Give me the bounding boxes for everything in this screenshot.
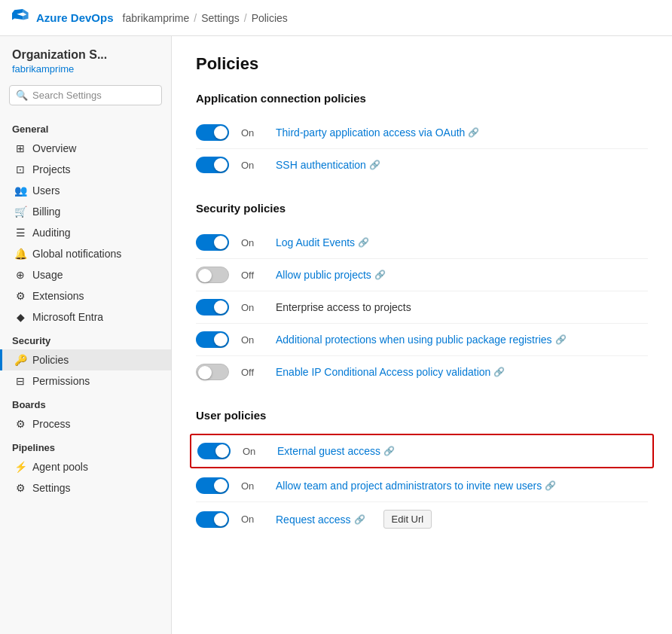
policy-name-external-guest[interactable]: External guest access 🔗 — [277, 445, 395, 457]
sidebar-item-extensions[interactable]: ⚙ Extensions — [0, 285, 171, 306]
extensions-icon: ⚙ — [14, 290, 26, 302]
toggle-oauth[interactable] — [196, 124, 229, 141]
policy-row-oauth: On Third-party application access via OA… — [196, 117, 648, 149]
breadcrumb-settings: Settings — [201, 12, 240, 24]
request-access-link-icon: 🔗 — [354, 514, 365, 525]
policy-row-log-audit: On Log Audit Events 🔗 — [196, 227, 648, 259]
toggle-label-ip-conditional: Off — [241, 367, 264, 378]
policy-row-public-projects: Off Allow public projects 🔗 — [196, 259, 648, 291]
sidebar-item-overview[interactable]: ⊞ Overview — [0, 138, 171, 159]
policy-name-request-access[interactable]: Request access 🔗 — [276, 514, 365, 526]
toggle-log-audit[interactable] — [196, 234, 229, 251]
sidebar-label-microsoft-entra: Microsoft Entra — [32, 311, 103, 323]
policy-name-additional-protections[interactable]: Additional protections when using public… — [276, 334, 567, 346]
toggle-label-additional-protections: On — [241, 334, 264, 346]
breadcrumb-sep1: / — [194, 12, 197, 24]
policy-name-ip-conditional[interactable]: Enable IP Conditional Access policy vali… — [276, 366, 505, 378]
sidebar-item-global-notifications[interactable]: 🔔 Global notifications — [0, 243, 171, 264]
sidebar-item-permissions[interactable]: ⊟ Permissions — [0, 370, 171, 392]
sidebar-label-settings-pipelines: Settings — [32, 482, 71, 494]
edit-url-button[interactable]: Edit Url — [383, 510, 432, 529]
section-title-general: General — [0, 116, 171, 138]
toggle-label-invite-users: On — [241, 480, 264, 492]
policy-row-enterprise-access: On Enterprise access to projects — [196, 291, 648, 324]
policy-row-invite-users: On Allow team and project administrators… — [196, 470, 648, 502]
section-title-security: Security — [0, 328, 171, 349]
toggle-request-access[interactable] — [196, 511, 229, 528]
ssh-link-icon: 🔗 — [369, 160, 380, 170]
ip-conditional-link-icon: 🔗 — [493, 367, 505, 377]
sidebar-label-billing: Billing — [32, 206, 60, 218]
auditing-icon: ☰ — [14, 227, 26, 239]
sidebar-label-users: Users — [32, 184, 60, 197]
breadcrumb-org: fabrikamprime — [123, 12, 190, 24]
overview-icon: ⊞ — [14, 142, 26, 154]
sidebar-item-microsoft-entra[interactable]: ◆ Microsoft Entra — [0, 306, 171, 328]
toggle-label-oauth: On — [241, 127, 264, 139]
projects-icon: ⊡ — [14, 163, 26, 175]
sidebar-item-users[interactable]: 👥 Users — [0, 180, 171, 201]
sidebar-label-process: Process — [32, 418, 71, 430]
toggle-public-projects[interactable] — [196, 267, 229, 283]
policy-name-public-projects[interactable]: Allow public projects 🔗 — [276, 269, 386, 281]
sidebar-item-usage[interactable]: ⊕ Usage — [0, 264, 171, 285]
toggle-label-enterprise-access: On — [241, 302, 264, 313]
log-audit-link-icon: 🔗 — [358, 237, 369, 248]
breadcrumb-sep2: / — [244, 12, 247, 24]
oauth-link-icon: 🔗 — [468, 127, 479, 138]
settings-pipelines-icon: ⚙ — [14, 482, 26, 494]
usage-icon: ⊕ — [14, 269, 26, 281]
top-nav: Azure DevOps fabrikamprime / Settings / … — [0, 0, 672, 36]
toggle-enterprise-access[interactable] — [196, 299, 229, 315]
sidebar-item-agent-pools[interactable]: ⚡ Agent pools — [0, 456, 171, 477]
toggle-external-guest[interactable] — [197, 443, 231, 459]
policy-group-user: User policies On External guest access 🔗… — [196, 409, 648, 536]
toggle-ip-conditional[interactable] — [196, 364, 229, 380]
sidebar-label-usage: Usage — [32, 269, 63, 281]
toggle-label-ssh: On — [241, 160, 264, 171]
notifications-icon: 🔔 — [14, 248, 26, 260]
breadcrumb-current: Policies — [252, 12, 288, 24]
invite-users-link-icon: 🔗 — [545, 480, 556, 491]
public-projects-link-icon: 🔗 — [374, 270, 386, 280]
policy-name-enterprise-access: Enterprise access to projects — [276, 301, 411, 313]
toggle-label-public-projects: Off — [241, 270, 264, 281]
toggle-invite-users[interactable] — [196, 477, 229, 494]
policy-name-ssh[interactable]: SSH authentication 🔗 — [276, 159, 380, 171]
toggle-additional-protections[interactable] — [196, 331, 229, 348]
toggle-ssh[interactable] — [196, 157, 229, 173]
sidebar-label-auditing: Auditing — [32, 227, 71, 239]
policies-icon: 🔑 — [14, 354, 26, 366]
main-layout: Organization S... fabrikamprime 🔍 Genera… — [0, 36, 672, 634]
toggle-label-log-audit: On — [241, 237, 264, 248]
policy-name-invite-users[interactable]: Allow team and project administrators to… — [276, 480, 556, 492]
entra-icon: ◆ — [14, 311, 26, 323]
logo-area: Azure DevOps — [12, 9, 114, 27]
toggle-label-external-guest: On — [243, 446, 265, 457]
sidebar-item-settings-pipelines[interactable]: ⚙ Settings — [0, 477, 171, 498]
section-title-user-policies: User policies — [196, 409, 648, 422]
section-title-boards: Boards — [0, 392, 171, 413]
policy-name-log-audit[interactable]: Log Audit Events 🔗 — [276, 236, 369, 248]
users-icon: 👥 — [14, 184, 26, 197]
policy-row-external-guest: On External guest access 🔗 — [190, 434, 654, 468]
search-settings-container[interactable]: 🔍 — [9, 85, 162, 105]
section-title-app-connection: Application connection policies — [196, 92, 648, 105]
policy-group-app-connection: Application connection policies On Third… — [196, 92, 648, 181]
sidebar-item-projects[interactable]: ⊡ Projects — [0, 159, 171, 180]
billing-icon: 🛒 — [14, 206, 26, 218]
search-settings-input[interactable] — [32, 90, 155, 101]
sidebar-item-policies[interactable]: 🔑 Policies — [0, 349, 171, 370]
org-sub: fabrikamprime — [12, 63, 159, 75]
sidebar-item-process[interactable]: ⚙ Process — [0, 413, 171, 434]
search-icon: 🔍 — [16, 90, 28, 101]
sidebar-item-auditing[interactable]: ☰ Auditing — [0, 222, 171, 243]
breadcrumb: fabrikamprime / Settings / Policies — [123, 12, 288, 24]
policy-name-oauth[interactable]: Third-party application access via OAuth… — [276, 126, 479, 139]
org-name: Organization S... — [12, 48, 159, 62]
sidebar: Organization S... fabrikamprime 🔍 Genera… — [0, 36, 172, 634]
policy-row-ssh: On SSH authentication 🔗 — [196, 149, 648, 181]
sidebar-label-policies: Policies — [32, 354, 69, 366]
sidebar-item-billing[interactable]: 🛒 Billing — [0, 201, 171, 222]
sidebar-label-global-notifications: Global notifications — [32, 248, 121, 260]
